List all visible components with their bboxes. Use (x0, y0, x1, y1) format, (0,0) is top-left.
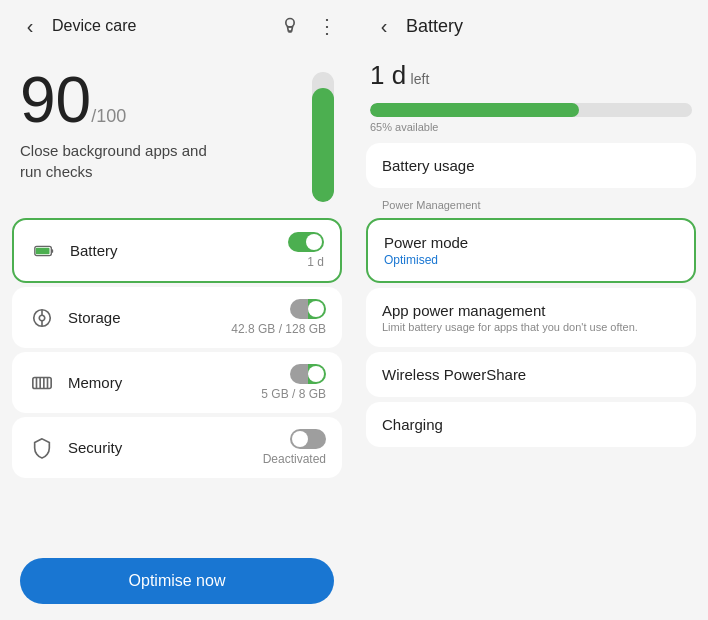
wireless-label: Wireless PowerShare (382, 366, 680, 383)
charging-label: Charging (382, 416, 680, 433)
item-memory[interactable]: Memory 5 GB / 8 GB (12, 352, 342, 413)
score-display: 90/100 (20, 68, 312, 132)
score-bar-fill (312, 88, 334, 202)
battery-toggle-knob (306, 234, 322, 250)
item-security[interactable]: Security Deactivated (12, 417, 342, 478)
battery-bar-fill (370, 103, 579, 117)
app-power-card[interactable]: App power management Limit battery usage… (366, 288, 696, 347)
security-label: Security (68, 439, 263, 456)
items-list: Battery 1 d (0, 210, 354, 546)
svg-rect-2 (51, 249, 53, 253)
storage-label: Storage (68, 309, 231, 326)
storage-icon (28, 304, 56, 332)
power-management-section-label: Power Management (366, 193, 696, 213)
right-header-title: Battery (406, 16, 463, 37)
battery-right: 1 d (288, 232, 324, 269)
storage-right: 42.8 GB / 128 GB (231, 299, 326, 336)
app-power-label: App power management (382, 302, 680, 319)
back-button-right[interactable]: ‹ (370, 12, 398, 40)
battery-left-label: left (411, 71, 430, 87)
charging-card[interactable]: Charging (366, 402, 696, 447)
svg-point-5 (39, 315, 45, 321)
svg-rect-3 (36, 247, 50, 253)
memory-value: 5 GB / 8 GB (261, 387, 326, 401)
svg-rect-8 (33, 377, 51, 388)
storage-toggle[interactable] (290, 299, 326, 319)
back-icon-left: ‹ (27, 15, 34, 38)
left-header: ‹ Device care ⋮ (0, 0, 354, 52)
memory-icon (28, 369, 56, 397)
score-bar (312, 72, 334, 202)
battery-status: 1 d left (354, 52, 708, 97)
more-options-icon[interactable]: ⋮ (314, 14, 338, 38)
battery-label: Battery (70, 242, 288, 259)
back-icon-right: ‹ (381, 15, 388, 38)
memory-toggle[interactable] (290, 364, 326, 384)
app-power-sublabel: Limit battery usage for apps that you do… (382, 321, 680, 333)
security-toggle-row (290, 429, 326, 449)
battery-toggle[interactable] (288, 232, 324, 252)
right-items: Battery usage Power Management Power mod… (354, 143, 708, 447)
wireless-card[interactable]: Wireless PowerShare (366, 352, 696, 397)
security-toggle-knob (292, 431, 308, 447)
item-storage[interactable]: Storage 42.8 GB / 128 GB (12, 287, 342, 348)
storage-toggle-knob (308, 301, 324, 317)
security-right: Deactivated (263, 429, 326, 466)
left-header-title: Device care (52, 17, 278, 35)
battery-available: 65% available (354, 119, 708, 143)
battery-time: 1 d (370, 60, 406, 90)
left-header-icons: ⋮ (278, 14, 338, 38)
svg-point-0 (286, 19, 294, 27)
battery-usage-card[interactable]: Battery usage (366, 143, 696, 188)
security-value: Deactivated (263, 452, 326, 466)
battery-toggle-row (288, 232, 324, 252)
score-denom: /100 (91, 106, 126, 126)
left-panel: ‹ Device care ⋮ 90/100 Close background … (0, 0, 354, 620)
power-mode-value: Optimised (384, 253, 678, 267)
security-toggle[interactable] (290, 429, 326, 449)
battery-bar-container (370, 103, 692, 117)
optimise-button[interactable]: Optimise now (20, 558, 334, 604)
storage-toggle-row (290, 299, 326, 319)
memory-label: Memory (68, 374, 261, 391)
score-left: 90/100 Close background apps and run che… (20, 68, 312, 182)
memory-toggle-row (290, 364, 326, 384)
score-number: 90 (20, 64, 91, 136)
security-icon (28, 434, 56, 462)
memory-right: 5 GB / 8 GB (261, 364, 326, 401)
back-button-left[interactable]: ‹ (16, 12, 44, 40)
right-panel: ‹ Battery 1 d left 65% available Battery… (354, 0, 708, 620)
battery-value: 1 d (307, 255, 324, 269)
right-header: ‹ Battery (354, 0, 708, 52)
score-section: 90/100 Close background apps and run che… (0, 52, 354, 210)
storage-value: 42.8 GB / 128 GB (231, 322, 326, 336)
item-battery[interactable]: Battery 1 d (12, 218, 342, 283)
power-mode-label: Power mode (384, 234, 678, 251)
battery-time-display: 1 d left (370, 60, 692, 91)
battery-usage-label: Battery usage (382, 157, 680, 174)
bulb-icon-button[interactable] (278, 14, 302, 38)
battery-icon (30, 237, 58, 265)
score-description: Close background apps and run checks (20, 140, 220, 182)
power-mode-card[interactable]: Power mode Optimised (366, 218, 696, 283)
memory-toggle-knob (308, 366, 324, 382)
